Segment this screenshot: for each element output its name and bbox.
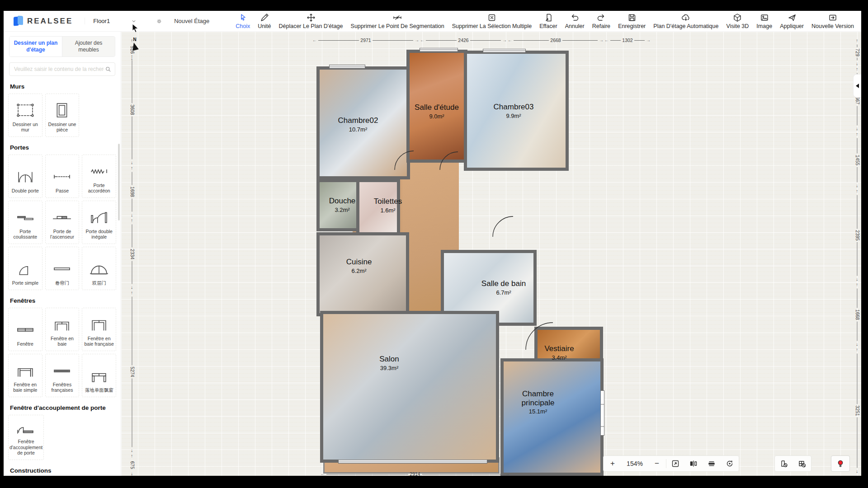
simple-bay-window-icon xyxy=(14,363,37,378)
dimension-value: 1668 xyxy=(855,310,860,320)
rotate-button[interactable] xyxy=(721,456,739,471)
room-name: Toilettes xyxy=(374,197,402,206)
window-segment[interactable] xyxy=(329,65,365,69)
pass-opening-icon xyxy=(50,169,74,184)
french-windows-icon xyxy=(50,363,74,378)
tile-simple-bay-window[interactable]: Fenêtre en baie simple xyxy=(8,354,42,397)
hide-doors-button[interactable] xyxy=(775,456,793,471)
floor-selector[interactable]: Floor1 xyxy=(85,18,137,24)
tile-window[interactable]: Fenêtre xyxy=(8,308,42,351)
draw-wall-icon xyxy=(14,103,37,118)
room-label[interactable]: Salle d'étude 9.0m² xyxy=(412,103,462,120)
search-input[interactable] xyxy=(13,66,105,73)
highlight-toggle[interactable] xyxy=(831,455,850,472)
search-box[interactable] xyxy=(9,62,115,76)
tile-bay-window[interactable]: Fenêtre en baie xyxy=(45,308,80,351)
window-segment[interactable] xyxy=(600,390,604,436)
section-title-door-window-combo: Fenêtre d'accouplement de porte xyxy=(10,404,114,411)
room-label[interactable]: Salon 39.3m² xyxy=(379,355,399,371)
tool-auto-floorplan[interactable]: Plan D'étage Automatique xyxy=(653,13,718,29)
tile-double-layer-door[interactable]: 双层门 xyxy=(82,247,116,290)
move-icon xyxy=(307,13,316,22)
bay-window-icon xyxy=(50,317,74,332)
accordion-door-icon xyxy=(87,164,111,179)
flip-vertical-button[interactable] xyxy=(703,456,721,471)
tab-draw-floorplan[interactable]: Dessiner un plan d'étage xyxy=(9,37,62,56)
room-label[interactable]: Douche 3.2m² xyxy=(329,197,356,213)
tile-roller-door[interactable]: 卷帘门 xyxy=(45,247,80,290)
single-door-icon xyxy=(14,261,37,277)
redo-icon xyxy=(597,13,606,22)
roller-door-icon xyxy=(50,261,74,277)
dimension-chain-top: ←2971→ ←2426→ ←2668→ ←1302→ xyxy=(312,37,651,43)
zoom-out-button[interactable]: − xyxy=(648,456,666,471)
tile-draw-wall[interactable]: Dessiner un mur xyxy=(8,94,42,137)
room-label[interactable]: Chambre03 9.9m² xyxy=(494,103,534,119)
dimension-value: 729 xyxy=(855,48,860,56)
tool-delete-segmentation-point[interactable]: Supprimer Le Point De Segmentation xyxy=(351,13,444,29)
tile-french-bay-window[interactable]: Fenêtre en baie française xyxy=(82,308,116,351)
tool-apply[interactable]: Appliquer xyxy=(780,13,804,29)
tile-single-door[interactable]: Porte simple xyxy=(8,247,42,290)
tool-undo[interactable]: Annuler xyxy=(565,13,585,29)
tile-sliding-door[interactable]: Porte coulissante xyxy=(8,201,42,244)
gear-icon xyxy=(156,18,162,24)
section-title-constructions: Constructions xyxy=(10,467,114,474)
room-label[interactable]: Cuisine 6.2m² xyxy=(346,258,372,274)
flip-horizontal-button[interactable] xyxy=(684,456,703,471)
tool-select[interactable]: Choix xyxy=(236,13,250,29)
door-window-combo-grid: Fenêtre d'accouplement de porte xyxy=(4,415,121,460)
dimension-chain-right: ←729→ ←1667→ ←1455→ ←2395→ ←1668→ ←3251→ xyxy=(854,38,861,474)
tool-redo[interactable]: Refaire xyxy=(592,13,610,29)
point-slash-icon xyxy=(393,13,402,22)
room-cuisine[interactable] xyxy=(316,232,409,316)
tile-door-window-combo[interactable]: Fenêtre d'accouplement de porte xyxy=(8,415,44,460)
room-name: Douche xyxy=(329,197,356,206)
section-title-windows: Fenêtres xyxy=(10,297,114,304)
room-chambre-principale[interactable] xyxy=(500,358,604,476)
tool-move-floorplan[interactable]: Déplacer Le Plan D'étage xyxy=(278,13,343,29)
room-label[interactable]: Vestiaire 3.4m² xyxy=(544,344,574,361)
fit-screen-button[interactable] xyxy=(666,456,684,471)
undo-icon xyxy=(570,13,579,22)
room-label[interactable]: Chambre02 10.7m² xyxy=(338,116,378,133)
room-label[interactable]: Salle de bain 6.7m² xyxy=(481,279,526,296)
tile-elevator-door[interactable]: Porte de l'ascenseur xyxy=(45,201,80,244)
floor-settings-button[interactable] xyxy=(156,18,162,24)
dimension-value: 1455 xyxy=(855,155,860,165)
double-door-icon xyxy=(14,169,37,184)
zoom-in-button[interactable]: + xyxy=(604,456,622,471)
tool-unit[interactable]: Unité xyxy=(258,13,271,29)
floor-bay-window-icon xyxy=(87,368,111,384)
window-segment[interactable] xyxy=(420,48,458,52)
sidebar-scrollbar[interactable] xyxy=(118,144,120,221)
tile-french-windows[interactable]: Fenêtres françaises xyxy=(45,354,80,397)
tool-delete-multi-selection[interactable]: Supprimer La Sélection Multiple xyxy=(452,13,532,29)
tool-save[interactable]: Enregistrer xyxy=(618,13,646,29)
dimension-value: 3608 xyxy=(130,104,135,115)
tab-add-furniture[interactable]: Ajouter des meubles xyxy=(62,37,115,56)
french-bay-window-icon xyxy=(87,317,111,332)
window-segment[interactable] xyxy=(338,460,487,464)
tile-floor-bay-window[interactable]: 落地单面飘窗 xyxy=(82,354,116,397)
tile-double-door[interactable]: Double porte xyxy=(8,155,42,198)
room-salon[interactable] xyxy=(320,311,499,463)
realsee-logo: REALSEE xyxy=(14,16,73,27)
room-label[interactable]: Chambre principale 15.1m² xyxy=(509,389,567,415)
dimension-value: 2334 xyxy=(130,249,135,259)
new-floor-button[interactable]: Nouvel Étage xyxy=(174,18,209,24)
tool-erase[interactable]: Effacer xyxy=(539,13,557,29)
tool-3d-tour[interactable]: Visite 3D xyxy=(726,13,749,29)
tool-new-version[interactable]: Nouvelle Version xyxy=(811,13,854,29)
tile-draw-room[interactable]: Dessiner une pièce xyxy=(45,94,80,137)
collapse-panel-handle[interactable] xyxy=(853,74,861,98)
hide-windows-button[interactable] xyxy=(793,456,811,471)
tool-image[interactable]: Image xyxy=(756,13,772,29)
tile-accordion-door[interactable]: Porte accordéon xyxy=(82,155,116,198)
dimension-value: 1698 xyxy=(130,187,135,197)
window-segment[interactable] xyxy=(483,49,526,53)
tile-pass[interactable]: Passe xyxy=(45,155,80,198)
tile-unequal-double-door[interactable]: Porte double inégale xyxy=(82,201,116,244)
room-label[interactable]: Toilettes 1.6m² xyxy=(374,197,402,214)
section-title-walls: Murs xyxy=(10,83,114,90)
